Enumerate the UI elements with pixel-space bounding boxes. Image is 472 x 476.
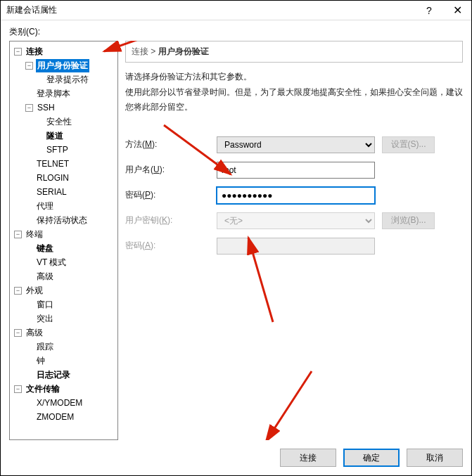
dialog-footer: 连接 确定 取消 [1,440,471,475]
category-label: 类别(C): [9,26,463,38]
help-button[interactable]: ? [415,1,443,20]
row-method: 方法(M): Password 设置(S)... [125,136,463,153]
tree-item-bell[interactable]: 钟 [10,354,117,368]
tree-item-xymodem[interactable]: X/YMODEM [10,396,117,410]
tree-item-ssh[interactable]: − SSH [10,101,117,115]
username-label: 用户名(U): [125,164,217,176]
form-area: 方法(M): Password 设置(S)... 用户名(U): 密码(P): … [125,136,463,255]
breadcrumb: 连接 > 用户身份验证 [125,41,463,63]
password-label: 密码(P): [125,189,217,201]
breadcrumb-parent: 连接 [132,46,148,56]
settings-panel: 连接 > 用户身份验证 请选择身份验证方法和其它参数。 使用此部分以节省登录时间… [125,41,463,440]
breadcrumb-current: 用户身份验证 [158,46,209,56]
row-userkey: 用户密钥(K): <无> 浏览(B)... [125,212,463,229]
main-area: − 连接 − 用户身份验证 登录提示符 登录脚本 − SSH 安全性 隧道 [9,41,463,440]
tree-item-sftp[interactable]: SFTP [10,143,117,157]
tree-item-advanced-term[interactable]: 高级 [10,269,117,283]
collapse-icon[interactable]: − [14,231,22,238]
tree-item-serial[interactable]: SERIAL [10,185,117,199]
collapse-icon[interactable]: − [25,104,33,112]
collapse-icon[interactable]: − [14,287,22,295]
tree-item-window[interactable]: 窗口 [10,297,117,311]
tree-item-telnet[interactable]: TELNET [10,157,117,171]
description-text: 请选择身份验证方法和其它参数。 使用此部分以节省登录时间。但是，为了最大限度地提… [125,70,463,115]
close-button[interactable]: ✕ [443,1,471,20]
collapse-icon[interactable]: − [14,48,22,56]
tree-item-keyboard[interactable]: 键盘 [10,241,117,255]
password2-input [217,238,375,255]
tree-item-login-prompt[interactable]: 登录提示符 [10,72,117,86]
row-username: 用户名(U): [125,162,463,179]
tree-item-appearance[interactable]: − 外观 [10,283,117,297]
titlebar: 新建会话属性 ? ✕ [1,1,471,20]
tree-item-proxy[interactable]: 代理 [10,199,117,213]
connect-button[interactable]: 连接 [280,449,336,467]
method-label: 方法(M): [125,139,217,150]
collapse-icon[interactable]: − [14,385,22,393]
settings-button[interactable]: 设置(S)... [382,136,435,153]
tree-item-trace[interactable]: 跟踪 [10,340,117,354]
tree-item-zmodem[interactable]: ZMODEM [10,410,117,424]
browse-button[interactable]: 浏览(B)... [382,212,435,229]
tree-item-terminal[interactable]: − 终端 [10,227,117,241]
tree-item-highlight[interactable]: 突出 [10,311,117,326]
tree-item-logging[interactable]: 日志记录 [10,368,117,382]
row-password: 密码(P): [125,187,463,204]
cancel-button[interactable]: 取消 [407,449,463,467]
tree-item-file-transfer[interactable]: − 文件传输 [10,382,117,396]
row-password2: 密码(A): [125,238,463,255]
tree-item-tunnel[interactable]: 隧道 [10,129,117,143]
tree-item-security[interactable]: 安全性 [10,115,117,129]
category-tree[interactable]: − 连接 − 用户身份验证 登录提示符 登录脚本 − SSH 安全性 隧道 [9,41,118,440]
tree-item-keepalive[interactable]: 保持活动状态 [10,213,117,227]
annotation-arrow-icon [255,364,326,440]
tree-item-vt-mode[interactable]: VT 模式 [10,255,117,269]
password2-label: 密码(A): [125,240,217,252]
content-area: 类别(C): − 连接 − 用户身份验证 登录提示符 登录脚本 − SSH [1,20,471,440]
username-input[interactable] [217,162,375,179]
collapse-icon[interactable]: − [25,62,33,70]
tree-item-connection[interactable]: − 连接 [10,44,117,58]
window-title: 新建会话属性 [6,4,415,16]
collapse-icon[interactable]: − [14,329,22,337]
userkey-select: <无> [217,212,375,229]
tree-item-user-auth[interactable]: − 用户身份验证 [10,58,117,72]
method-select[interactable]: Password [217,136,375,153]
tree-item-rlogin[interactable]: RLOGIN [10,171,117,185]
password-input[interactable] [217,187,375,204]
tree-item-advanced[interactable]: − 高级 [10,326,117,340]
tree-item-login-script[interactable]: 登录脚本 [10,86,117,101]
svg-line-7 [266,371,312,440]
userkey-label: 用户密钥(K): [125,214,217,226]
ok-button[interactable]: 确定 [343,449,400,467]
